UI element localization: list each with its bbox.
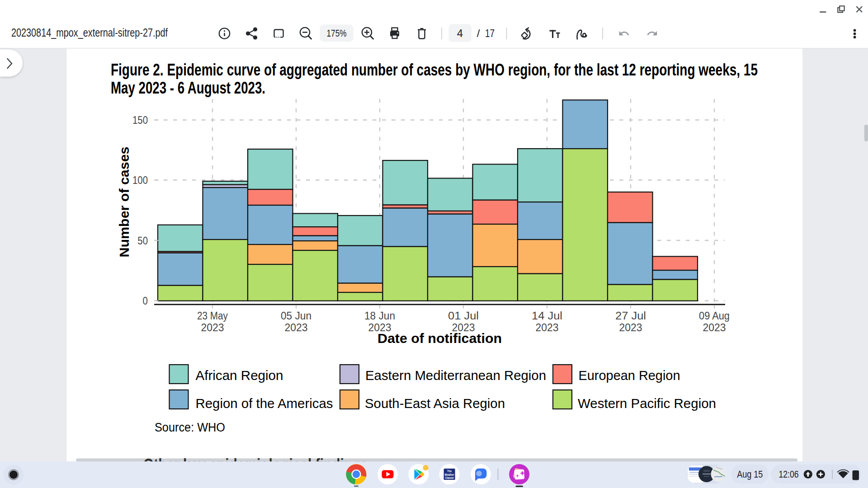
svg-text:01 Jul: 01 Jul bbox=[448, 310, 479, 322]
svg-text:27 Jul: 27 Jul bbox=[615, 310, 646, 322]
svg-text:Source: WHO: Source: WHO bbox=[155, 421, 225, 434]
svg-text:Weather: Weather bbox=[445, 473, 454, 476]
svg-text:South-East Asia Region: South-East Asia Region bbox=[365, 396, 505, 411]
svg-text:4: 4 bbox=[457, 27, 463, 39]
svg-text:17: 17 bbox=[485, 27, 495, 39]
svg-text:2023: 2023 bbox=[201, 322, 224, 333]
svg-text:05 Jun: 05 Jun bbox=[281, 310, 311, 322]
svg-text:Western Pacific Region: Western Pacific Region bbox=[578, 396, 716, 411]
svg-text:2023: 2023 bbox=[285, 322, 308, 333]
svg-text:May 2023 - 6 August 2023.: May 2023 - 6 August 2023. bbox=[111, 79, 265, 97]
svg-text:100: 100 bbox=[132, 174, 148, 186]
svg-text:18 Jun: 18 Jun bbox=[364, 310, 395, 322]
svg-text:12:06: 12:06 bbox=[779, 469, 799, 480]
svg-text:Figure 2. Epidemic curve of ag: Figure 2. Epidemic curve of aggregated n… bbox=[111, 61, 758, 79]
svg-text:2023: 2023 bbox=[619, 322, 642, 333]
svg-text:Date of notification: Date of notification bbox=[377, 331, 502, 346]
svg-text:150: 150 bbox=[132, 114, 148, 126]
svg-text:European Region: European Region bbox=[579, 368, 680, 383]
svg-text:Eastern Mediterranean Region: Eastern Mediterranean Region bbox=[365, 368, 546, 383]
svg-text:09 Aug: 09 Aug bbox=[699, 310, 730, 322]
svg-text:Aug 15: Aug 15 bbox=[737, 469, 763, 480]
svg-text:0: 0 bbox=[143, 295, 148, 307]
svg-text:20230814_mpox_external-sitrep-: 20230814_mpox_external-sitrep-27.pdf bbox=[11, 26, 168, 39]
svg-text:2023: 2023 bbox=[703, 322, 726, 333]
svg-text:23 May: 23 May bbox=[197, 310, 228, 322]
svg-text:The: The bbox=[447, 469, 452, 473]
svg-text:Region of the Americas: Region of the Americas bbox=[196, 396, 333, 411]
svg-text:2023: 2023 bbox=[536, 322, 559, 333]
svg-text:African Region: African Region bbox=[196, 368, 283, 383]
svg-text:175%: 175% bbox=[327, 28, 347, 39]
svg-text:Number of cases: Number of cases bbox=[117, 147, 132, 258]
svg-text:14 Jul: 14 Jul bbox=[532, 310, 562, 322]
svg-text:/: / bbox=[477, 27, 480, 39]
svg-text:Channel: Channel bbox=[445, 476, 454, 479]
svg-text:50: 50 bbox=[137, 235, 148, 247]
